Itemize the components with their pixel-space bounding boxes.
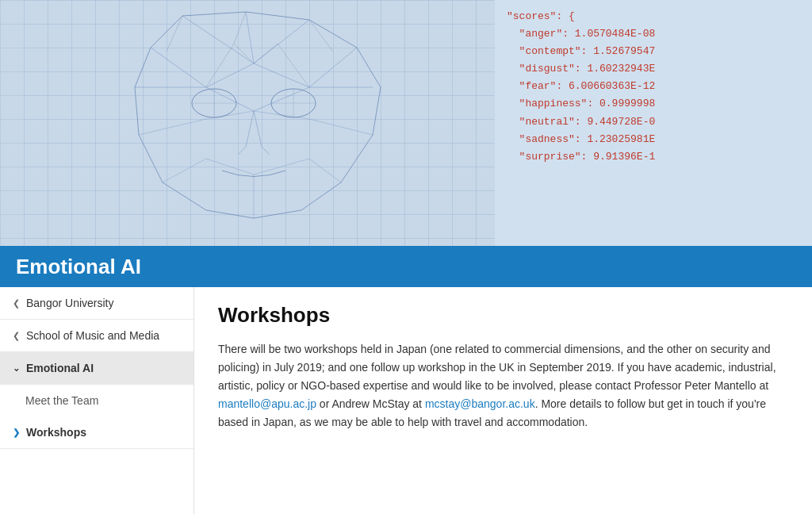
wireframe-face (24, 0, 515, 246)
sidebar: ❮ Bangor University ❮ School of Music an… (0, 287, 194, 514)
json-line-4: "disgust": 1.60232943E (507, 60, 800, 78)
chevron-right-icon: ❯ (13, 428, 20, 438)
page-content: Workshops There will be two workshops he… (194, 287, 812, 514)
sidebar-item-workshops[interactable]: ❯ Workshops (0, 416, 193, 449)
json-line-8: "sadness": 1.23025981E (507, 131, 800, 148)
sidebar-item-label: Bangor University (26, 297, 114, 309)
sidebar-item-label: Emotional AI (26, 362, 94, 374)
page-title: Emotional AI (16, 255, 141, 279)
email-link-1[interactable]: mantello@apu.ac.jp (218, 397, 316, 410)
json-line-5: "fear": 6.00660363E-12 (507, 78, 800, 95)
chevron-left-icon: ❮ (13, 331, 20, 341)
sidebar-item-meet-the-team[interactable]: Meet the Team (0, 385, 193, 416)
json-line-3: "contempt": 1.52679547 (507, 43, 800, 60)
json-panel: "scores": { "anger": 1.0570484E-08 "cont… (495, 0, 812, 246)
email-link-2[interactable]: mcstay@bangor.ac.uk (425, 397, 535, 410)
sidebar-item-label: Workshops (26, 426, 86, 439)
body-text-2: or Andrew McStay at (316, 397, 425, 410)
content-heading: Workshops (218, 303, 788, 328)
json-line-1: "scores": { (507, 8, 800, 25)
sidebar-item-emotional-ai[interactable]: ⌄ Emotional AI (0, 352, 193, 385)
svg-rect-0 (24, 0, 515, 246)
json-line-6: "happiness": 0.9999998 (507, 95, 800, 113)
body-text-1: There will be two workshops held in Japa… (218, 343, 776, 392)
hero-banner: "scores": { "anger": 1.0570484E-08 "cont… (0, 0, 812, 246)
sidebar-item-label: Meet the Team (25, 394, 98, 407)
main-content: ❮ Bangor University ❮ School of Music an… (0, 287, 812, 514)
chevron-left-icon: ❮ (13, 298, 20, 309)
page-title-bar: Emotional AI (0, 246, 812, 287)
sidebar-item-bangor-university[interactable]: ❮ Bangor University (0, 287, 193, 320)
json-line-2: "anger": 1.0570484E-08 (507, 25, 800, 43)
json-line-9: "surprise": 9.91396E-1 (507, 148, 800, 166)
json-line-7: "neutral": 9.449728E-0 (507, 113, 800, 131)
sidebar-item-label: School of Music and Media (26, 329, 159, 342)
sidebar-item-school-music-media[interactable]: ❮ School of Music and Media (0, 320, 193, 352)
content-body: There will be two workshops held in Japa… (218, 340, 788, 432)
chevron-down-icon: ⌄ (13, 363, 20, 374)
